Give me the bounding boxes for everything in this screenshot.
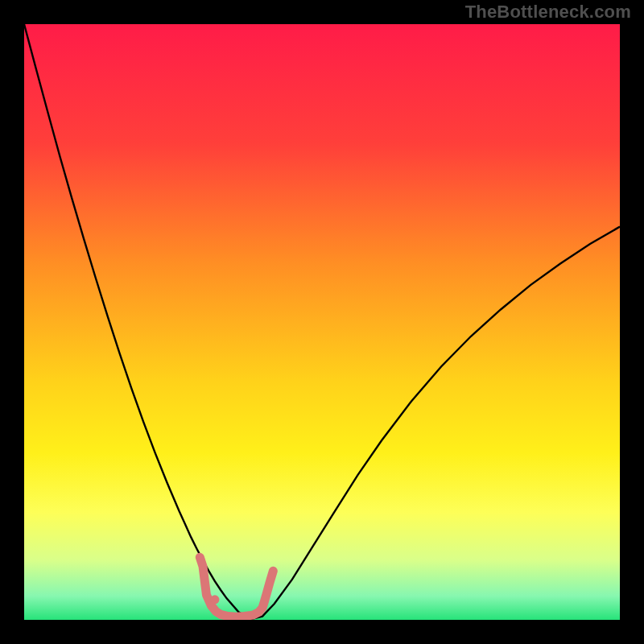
- chart-container: TheBottleneck.com: [0, 0, 644, 644]
- plot-area: [24, 24, 620, 620]
- watermark-text: TheBottleneck.com: [465, 2, 631, 23]
- chart-svg: [24, 24, 620, 620]
